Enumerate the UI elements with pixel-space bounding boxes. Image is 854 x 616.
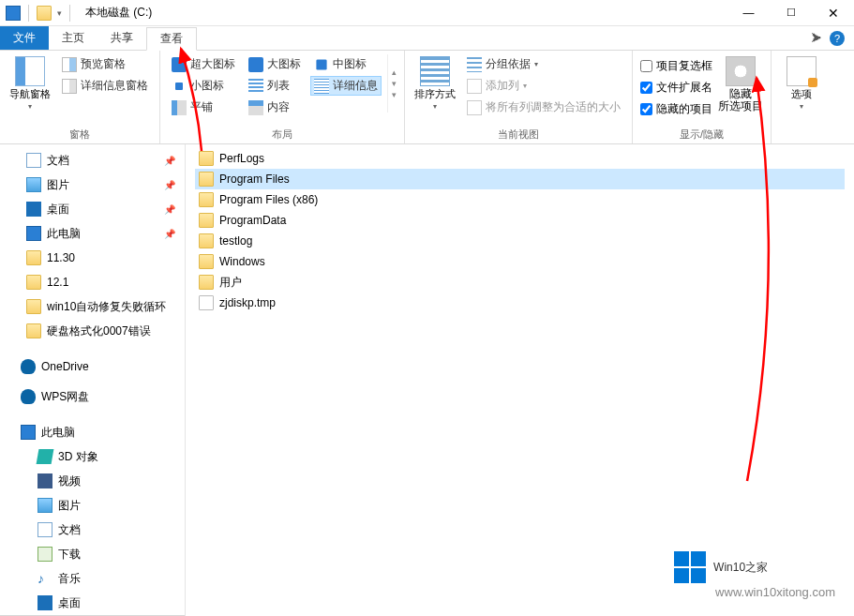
nav-item-label: 此电脑	[41, 425, 75, 441]
collapse-ribbon-icon[interactable]: ⮞	[811, 32, 822, 45]
l-icons-icon	[248, 57, 263, 72]
sizecols-button[interactable]: 将所有列调整为合适的大小	[463, 98, 624, 117]
folder-icon	[199, 151, 214, 166]
file-name: Program Files	[219, 173, 290, 186]
file-row[interactable]: Windows	[195, 251, 845, 272]
addcols-button[interactable]: 添加列 ▾	[463, 76, 624, 96]
nav-item-label: 3D 对象	[58, 449, 98, 465]
tiles-icon	[172, 100, 187, 115]
nav-pc-child[interactable]: 文档	[0, 518, 185, 542]
nav-item-icon	[26, 226, 41, 241]
options-button[interactable]: 选项 ▾	[779, 54, 824, 111]
tab-home[interactable]: 主页	[49, 26, 97, 50]
nav-item-label: OneDrive	[41, 360, 89, 373]
maximize-button[interactable]: ☐	[770, 0, 812, 26]
options-icon	[787, 56, 817, 86]
nav-this-pc[interactable]: 此电脑	[0, 420, 185, 444]
nav-item-label: 图片	[47, 177, 69, 193]
nav-cloud-item[interactable]: OneDrive	[0, 354, 185, 379]
chevron-down-icon: ▾	[800, 102, 803, 111]
group-show-hide: 项目复选框 文件扩展名 隐藏的项目 隐藏所选项目 显示/隐藏	[633, 51, 772, 143]
layout-tiles[interactable]: 平铺	[168, 98, 239, 117]
sort-button[interactable]: 排序方式 ▾	[412, 54, 457, 111]
folder-icon	[37, 6, 52, 21]
hidden-items-toggle[interactable]: 隐藏的项目	[640, 101, 712, 117]
nav-pane-button[interactable]: 导航窗格 ▾	[7, 54, 52, 111]
tab-view[interactable]: 查看	[146, 27, 197, 51]
file-row[interactable]: Program Files	[195, 169, 845, 189]
layout-content[interactable]: 内容	[245, 98, 305, 117]
windows-logo-icon	[674, 551, 706, 583]
nav-pc-child[interactable]: 视频	[0, 469, 185, 493]
close-button[interactable]: ✕	[812, 0, 854, 26]
help-icon[interactable]: ?	[830, 31, 845, 46]
preview-pane-button[interactable]: 预览窗格	[58, 54, 152, 74]
nav-item-label: 桌面	[47, 202, 69, 218]
groupby-button[interactable]: 分组依据 ▾	[463, 54, 624, 74]
details-icon	[314, 79, 329, 94]
file-ext-toggle[interactable]: 文件扩展名	[640, 80, 712, 96]
nav-quick-item[interactable]: 12.1	[0, 270, 185, 294]
layout-s-icons[interactable]: 小图标	[168, 76, 239, 96]
nav-quick-item[interactable]: 文档📌	[0, 148, 185, 173]
tab-share[interactable]: 共享	[97, 26, 146, 50]
tab-file[interactable]: 文件	[0, 26, 49, 50]
layout-xl-icons[interactable]: 超大图标	[168, 54, 239, 74]
nav-item-label: win10自动修复失败循环	[47, 299, 166, 315]
file-list[interactable]: PerfLogsProgram FilesProgram Files (x86)…	[186, 144, 854, 616]
layout-more-up-icon[interactable]: ▴	[392, 68, 397, 77]
navigation-pane[interactable]: 文档📌图片📌桌面📌此电脑📌11.3012.1win10自动修复失败循环硬盘格式化…	[0, 144, 186, 616]
nav-pc-child[interactable]: ♪音乐	[0, 566, 185, 591]
nav-pc-child[interactable]: 桌面	[0, 591, 185, 615]
nav-item-icon	[37, 473, 52, 488]
music-icon: ♪	[37, 571, 52, 586]
nav-quick-item[interactable]: 此电脑📌	[0, 221, 185, 246]
addcols-icon	[467, 79, 482, 94]
nav-quick-item[interactable]: 硬盘格式化0007错误	[0, 319, 185, 343]
file-row[interactable]: PerfLogs	[195, 148, 845, 169]
qat-dropdown-icon[interactable]: ▾	[57, 8, 62, 18]
pc-icon	[21, 425, 36, 440]
nav-pc-child[interactable]: 图片	[0, 493, 185, 518]
preview-pane-icon	[62, 57, 77, 72]
pin-icon: 📌	[164, 229, 175, 239]
pin-icon: 📌	[164, 156, 175, 166]
nav-item-label: 图片	[58, 498, 81, 514]
layout-details[interactable]: 详细信息	[310, 76, 382, 96]
layout-l-icons[interactable]: 大图标	[245, 54, 305, 74]
layout-m-icons[interactable]: 中图标	[310, 54, 382, 74]
file-row[interactable]: ProgramData	[195, 210, 845, 231]
nav-pc-child[interactable]: 下载	[0, 542, 185, 566]
details-pane-button[interactable]: 详细信息窗格	[58, 76, 152, 96]
hide-selected-button[interactable]: 隐藏所选项目	[718, 54, 763, 113]
file-row[interactable]: Program Files (x86)	[195, 189, 845, 210]
file-row[interactable]: 用户	[195, 272, 845, 293]
nav-pc-child[interactable]: 3D 对象	[0, 444, 185, 469]
nav-item-icon	[26, 202, 41, 217]
nav-cloud-item[interactable]: WPS网盘	[0, 384, 185, 409]
nav-quick-item[interactable]: 桌面📌	[0, 197, 185, 221]
nav-quick-item[interactable]: 图片📌	[0, 173, 185, 197]
nav-item-icon	[26, 177, 41, 192]
nav-quick-item[interactable]: 11.30	[0, 246, 185, 270]
file-row[interactable]: zjdiskp.tmp	[195, 293, 845, 313]
layout-list[interactable]: 列表	[245, 76, 305, 96]
nav-item-icon	[26, 153, 41, 168]
nav-item-label: 12.1	[47, 276, 68, 289]
file-row[interactable]: testlog	[195, 231, 845, 251]
group-layout: 超大图标 大图标 中图标 小图标 列表 详细信息 平铺 内容 ▴ ▾ ▾ 布局	[160, 51, 405, 143]
folder-icon	[199, 233, 214, 248]
folder-icon	[199, 254, 214, 269]
layout-more-expand-icon[interactable]: ▾	[392, 90, 397, 99]
nav-item-icon	[37, 522, 52, 537]
pin-icon: 📌	[164, 204, 175, 215]
file-name: zjdiskp.tmp	[219, 296, 276, 309]
nav-item-label: 桌面	[58, 595, 81, 611]
item-checkboxes-toggle[interactable]: 项目复选框	[640, 58, 712, 74]
nav-item-label: 文档	[47, 153, 69, 169]
nav-item-label: 11.30	[47, 251, 75, 264]
minimize-button[interactable]: —	[727, 0, 770, 26]
layout-more-down-icon[interactable]: ▾	[392, 79, 397, 88]
file-icon	[199, 295, 214, 310]
nav-quick-item[interactable]: win10自动修复失败循环	[0, 294, 185, 319]
